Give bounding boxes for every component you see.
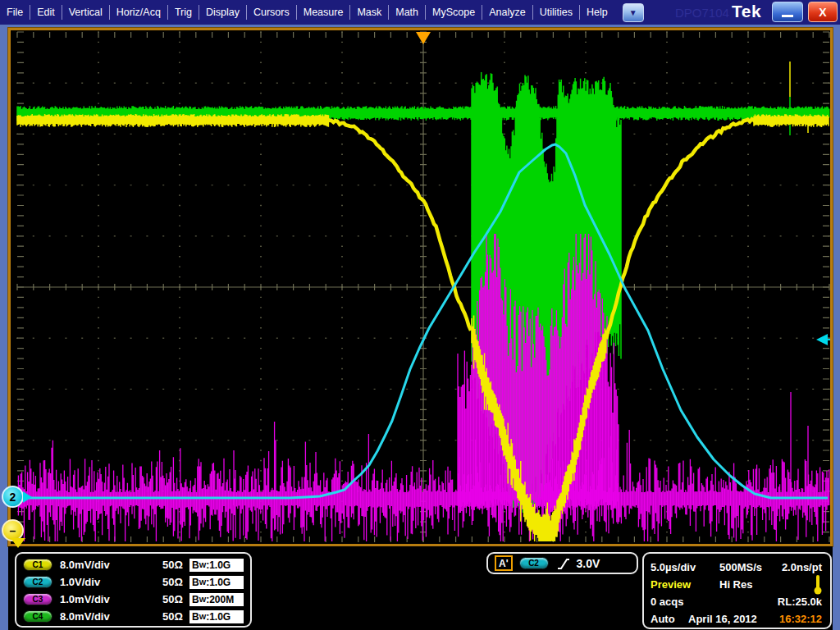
channel-row-c4: C4 8.0mV/div 50Ω BW:1.0G (23, 608, 244, 625)
channel-readouts: C1 8.0mV/div 50Ω BW:1.0G C2 1.0V/div 50Ω… (15, 552, 252, 628)
thermometer-icon (814, 574, 822, 596)
channel-bandwidth-c3[interactable]: BW:200M (189, 593, 244, 606)
preview-row: Preview Hi Res (651, 576, 822, 593)
menu-item-analyze[interactable]: Analyze (482, 7, 532, 18)
menu-item-measure[interactable]: Measure (297, 7, 350, 18)
close-button[interactable]: X (808, 2, 838, 22)
rising-edge-icon (556, 556, 571, 571)
channel-impedance-c4: 50Ω (148, 610, 183, 623)
menu-item-help[interactable]: Help (580, 7, 614, 18)
menu-item-utilities[interactable]: Utilities (533, 7, 579, 18)
minimize-icon (782, 15, 793, 17)
menu-item-vertical[interactable]: Vertical (62, 7, 109, 18)
channel-scale-c3: 1.0mV/div (60, 593, 148, 605)
menu-item-edit[interactable]: Edit (30, 7, 62, 18)
channel2-marker-label: 2 (10, 491, 16, 504)
channel-badge-c1[interactable]: C1 (23, 559, 52, 571)
channel-impedance-c2: 50Ω (148, 576, 183, 588)
channel-badge-c2[interactable]: C2 (23, 576, 52, 588)
waveform-canvas (11, 30, 830, 544)
acquisition-readout: 5.0µs/div 500MS/s 2.0ns/pt Preview Hi Re… (642, 552, 832, 629)
horizontal-row: 5.0µs/div 500MS/s 2.0ns/pt (651, 559, 822, 576)
trigger-a-badge: A' (495, 555, 513, 571)
waveform-display[interactable] (8, 28, 833, 546)
channel-impedance-c3: 50Ω (148, 593, 183, 605)
trigger-mode: Auto (651, 613, 688, 625)
channel-scale-c1: 8.0mV/div (60, 559, 148, 571)
menu-item-myscope[interactable]: MyScope (426, 7, 482, 18)
readout-bar: C1 8.0mV/div 50Ω BW:1.0G C2 1.0V/div 50Ω… (8, 546, 833, 630)
acquisition-mode: Hi Res (719, 578, 814, 591)
channel-bandwidth-c2[interactable]: BW:1.0G (189, 576, 244, 589)
menu-item-mask[interactable]: Mask (350, 7, 388, 18)
menu-item-cursors[interactable]: Cursors (247, 7, 296, 18)
channel1-marker-label: – (10, 524, 16, 537)
minimize-button[interactable] (772, 2, 803, 22)
sample-resolution: 2.0ns/pt (782, 561, 822, 573)
trigger-source-badge[interactable]: C2 (519, 557, 549, 569)
channel2-position-marker[interactable]: 2 (2, 486, 24, 508)
date-label: April 16, 2012 (688, 613, 779, 625)
acqs-row: 0 acqs RL:25.0k (651, 593, 822, 610)
channel-scale-c4: 8.0mV/div (60, 610, 148, 623)
sample-rate: 500MS/s (719, 561, 782, 573)
channel-row-c1: C1 8.0mV/div 50Ω BW:1.0G (23, 556, 244, 573)
channel-badge-c4[interactable]: C4 (23, 610, 52, 623)
time-label: 16:32:12 (779, 613, 822, 625)
channel2-arrow-icon (23, 491, 32, 503)
record-length: RL:25.0k (778, 596, 822, 608)
channel1-offscreen-arrow-icon (11, 538, 25, 548)
trigger-readout[interactable]: A' C2 3.0V (486, 552, 638, 574)
tek-logo: Tek (732, 2, 761, 21)
menu-item-trig[interactable]: Trig (168, 7, 199, 18)
channel-bandwidth-c4[interactable]: BW:1.0G (189, 610, 244, 623)
menu-item-horiz-acq[interactable]: Horiz/Acq (110, 7, 167, 18)
channel-impedance-c1: 50Ω (148, 559, 183, 571)
datetime-row: Auto April 16, 2012 16:32:12 (651, 610, 822, 628)
channel-badge-c3[interactable]: C3 (23, 593, 52, 605)
menu-item-display[interactable]: Display (199, 7, 246, 18)
menu-bar: File Edit Vertical Horiz/Acq Trig Displa… (0, 0, 840, 25)
menu-overflow-button[interactable]: ▼ (623, 3, 644, 22)
menu-item-math[interactable]: Math (389, 7, 425, 18)
channel-row-c2: C2 1.0V/div 50Ω BW:1.0G (23, 573, 244, 591)
menu-item-file[interactable]: File (0, 7, 30, 18)
trigger-level: 3.0V (577, 557, 600, 570)
channel-scale-c2: 1.0V/div (60, 576, 148, 588)
model-label: DPO7104 (675, 6, 729, 20)
chevron-down-icon: ▼ (629, 8, 637, 17)
preview-status: Preview (651, 578, 719, 591)
channel-row-c3: C3 1.0mV/div 50Ω BW:200M (23, 591, 244, 608)
horizontal-scale: 5.0µs/div (651, 561, 719, 573)
desktop-background: File Edit Vertical Horiz/Acq Trig Displa… (0, 0, 840, 630)
acquisition-count: 0 acqs (651, 596, 778, 608)
channel-bandwidth-c1[interactable]: BW:1.0G (189, 559, 244, 572)
